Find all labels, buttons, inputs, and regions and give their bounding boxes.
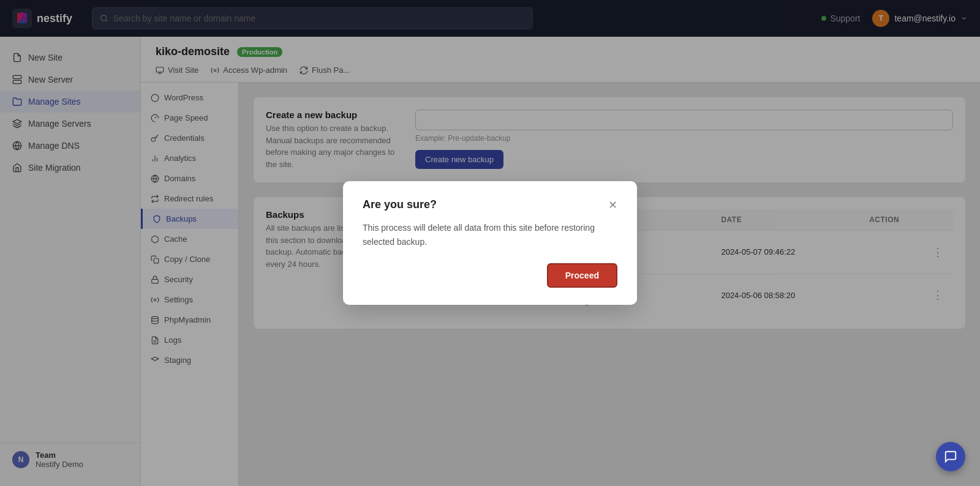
modal-overlay[interactable]: Are you sure? ✕ This process will delete… xyxy=(0,0,980,486)
chat-icon xyxy=(944,450,957,463)
dialog-title: Are you sure? xyxy=(363,198,437,211)
chat-button[interactable] xyxy=(936,442,965,471)
dialog-close-button[interactable]: ✕ xyxy=(608,200,617,211)
dialog-footer: Proceed xyxy=(363,263,617,288)
proceed-button[interactable]: Proceed xyxy=(547,263,617,288)
dialog-header: Are you sure? ✕ xyxy=(363,198,617,211)
dialog-body: This process will delete all data from t… xyxy=(363,221,617,249)
confirmation-dialog: Are you sure? ✕ This process will delete… xyxy=(343,181,637,305)
